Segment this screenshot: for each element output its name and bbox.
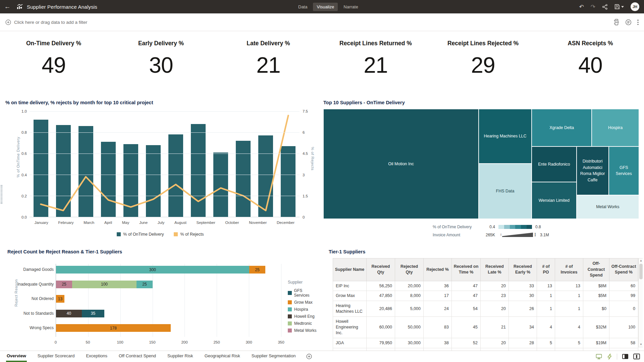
legend-item-gfs-services[interactable]: GFS Services (288, 288, 318, 298)
cell-supplier-name: Grow Max (333, 291, 367, 301)
column-header-supplier-name[interactable]: Supplier Name (333, 258, 367, 281)
combo-chart[interactable]: % on time delivery, % rejects by month f… (3, 100, 318, 245)
table-row-grow-max[interactable]: Grow Max47,8508,0001747233011$5M99 (333, 291, 638, 301)
legend-item-howell-eng[interactable]: Howell Eng (288, 314, 318, 319)
kpi-tile-asn-receipts[interactable]: ASN Receipts %40 (537, 31, 644, 98)
table-row-eip-inc[interactable]: EIP Inc56,25020,000364720331313$8M60 (333, 281, 638, 291)
kpi-tile-receipt-lines-returned[interactable]: Receipt Lines Returned %21 (322, 31, 429, 98)
canvas-tabs: OverviewSupplier ScorecardExceptionsOff … (6, 351, 306, 362)
add-filter-icon[interactable] (5, 19, 11, 25)
layout-canvas-icon[interactable] (633, 354, 640, 359)
treemap-tile-gfs-services[interactable]: GFS Services (609, 146, 639, 195)
legend-item-medtronic[interactable]: Medtronic (288, 321, 318, 326)
cell-value: 5 (537, 348, 555, 351)
bar-segment-grow-max[interactable]: 178 (56, 324, 171, 332)
more-options-icon[interactable] (637, 19, 639, 25)
undo-icon[interactable]: ↶ (579, 3, 584, 10)
column-header-of-invoices[interactable]: # of Invoices (555, 258, 583, 281)
column-header-of-po[interactable]: # of PO (537, 258, 555, 281)
canvas-tab-off-contract-spend[interactable]: Off Contract Spend (118, 351, 157, 362)
bar-segment-hospira[interactable]: 25 (137, 281, 153, 288)
auto-insights-icon[interactable] (607, 354, 612, 360)
column-header-received-early[interactable]: Received Early % (509, 258, 537, 281)
treemap-chart[interactable]: Top 10 Suppliers - OnTime Delivery Oil M… (319, 100, 641, 245)
layout-sidebar-icon[interactable] (622, 354, 629, 359)
column-header-received-qty[interactable]: Received Qty (367, 258, 395, 281)
kpi-row: On-Time Delivery %49Early Delivery %30La… (0, 31, 644, 98)
annotations-icon[interactable] (625, 19, 632, 25)
legend-item-of-ontime-delivery[interactable]: % of OnTime Delivery (117, 232, 164, 237)
canvas-tab-supplier-risk[interactable]: Supplier Risk (167, 351, 194, 362)
panel-grip[interactable] (1, 185, 2, 204)
legend-item-metal-works[interactable]: Metal Works (288, 328, 318, 333)
scroll-up-icon[interactable]: ▲ (640, 258, 642, 263)
canvas-tab-supplier-scorecard[interactable]: Supplier Scorecard (37, 351, 75, 362)
cell-value: 58 (609, 338, 638, 348)
column-header-off-contract-spend[interactable]: Off-Contract Spend (583, 258, 609, 281)
canvas-tab-geographical-risk[interactable]: Geographical Risk (204, 351, 241, 362)
filter-prompt[interactable]: Click here or drag data to add a filter (14, 20, 87, 25)
column-header-off-contract-spend[interactable]: Off-Contract Spend % (609, 258, 638, 281)
save-button[interactable] (614, 4, 624, 9)
legend-item-hospira[interactable]: Hospira (288, 307, 318, 312)
column-header-rejected[interactable]: Rejected % (424, 258, 452, 281)
canvas-tab-exceptions[interactable]: Exceptions (85, 351, 108, 362)
tier1-suppliers-table[interactable]: Tier-1 Suppliers Supplier NameReceived Q… (327, 249, 643, 351)
present-icon[interactable] (596, 354, 602, 360)
bar-segment-gfs-services[interactable]: 35 (82, 310, 104, 317)
rejects-line[interactable] (41, 116, 288, 211)
legend-item-grow-max[interactable]: Grow Max (288, 300, 318, 305)
column-header-received-late[interactable]: Received Late % (481, 258, 509, 281)
legend-swatch (174, 232, 178, 236)
back-button[interactable]: ← (0, 3, 15, 10)
bar-segment-grow-max[interactable]: 25 (249, 266, 265, 274)
legend-label: % of Rejects (180, 232, 204, 237)
kpi-tile-receipt-lines-rejected[interactable]: Receipt Lines Rejected %29 (429, 31, 537, 98)
canvas-tab-overview[interactable]: Overview (6, 351, 27, 362)
kpi-tile-on-time-delivery[interactable]: On-Time Delivery %49 (0, 31, 107, 98)
kpi-tile-early-delivery[interactable]: Early Delivery %30 (107, 31, 215, 98)
treemap-tile-ente-radiofonico[interactable]: Ente Radiofonico (532, 146, 577, 182)
table-row-hearing-machines-llc[interactable]: Hearing Machines LLC20,4865,000245420261… (333, 301, 638, 317)
column-header-received-on-time[interactable]: Received on Time % (452, 258, 481, 281)
x-tick-label: 100 (117, 340, 123, 344)
header-tab-narrate[interactable]: Narrate (340, 3, 362, 11)
header-tab-data[interactable]: Data (294, 3, 311, 11)
size-legend-max-marker: I (534, 232, 536, 237)
table-row-jks-national[interactable]: JKS National79,95030,0003852202855$19M58 (333, 348, 638, 351)
filter-settings-icon[interactable] (613, 19, 620, 25)
scroll-thumb[interactable] (639, 264, 643, 279)
stacked-bar-chart[interactable]: Reject Count be Reject Reason & Tier-1 S… (3, 249, 318, 350)
cell-value: 1 (555, 301, 583, 317)
table-row-jga[interactable]: JGA79,95030,0003852202855$19M58 (333, 338, 638, 348)
treemap-tile-distributori-automatici-roma-miglior-caffe[interactable]: Distributori Automatici Roma Miglior Caf… (577, 146, 609, 195)
bar-segment-metal-works[interactable]: 25 (56, 281, 72, 288)
bar-segment-hospira[interactable]: 300 (56, 266, 249, 274)
treemap-tile-hearing-machines-llc[interactable]: Hearing Machines LLC (479, 109, 532, 164)
treemap-tile-oil-motion-inc[interactable]: Oil Motion Inc (323, 109, 479, 219)
add-canvas-icon[interactable] (306, 354, 312, 361)
bar-segment-medtronic[interactable]: 100 (72, 281, 137, 288)
share-icon[interactable] (602, 4, 608, 10)
column-header-rejected-qty[interactable]: Rejected Qty (395, 258, 424, 281)
bar-segment-howell-eng[interactable]: 40 (56, 310, 82, 317)
avatar[interactable]: JH (631, 2, 639, 11)
header-tab-visualize[interactable]: Visualize (313, 3, 338, 11)
canvas-tab-supplier-segmentation[interactable]: Supplier Segmentation (251, 351, 297, 362)
redo-icon[interactable]: ↷ (591, 3, 595, 10)
treemap-tile-wenxian-limited[interactable]: Wenxian Limited (532, 182, 577, 219)
treemap-tile-xgrade-delta[interactable]: Xgrade Delta (532, 109, 592, 146)
treemap-tile-hospira[interactable]: Hospira (592, 109, 639, 146)
bar-segment-grow-max[interactable]: 13 (56, 295, 64, 303)
cell-value: 99 (609, 291, 638, 301)
filter-bar[interactable]: Click here or drag data to add a filter (0, 13, 644, 31)
table-row-howell-engineering-inc[interactable]: Howell Engineering Inc.60,00050,00083452… (333, 317, 638, 338)
treemap-tile-fhs-data[interactable]: FHS Data (479, 164, 532, 219)
scroll-down-icon[interactable]: ▼ (640, 342, 642, 347)
cell-supplier-name: JKS National (333, 348, 367, 351)
treemap-tile-metal-works[interactable]: Metal Works (577, 195, 639, 219)
save-caret-icon[interactable] (621, 6, 624, 8)
table-scrollbar[interactable]: ▲ ▼ (638, 258, 643, 347)
legend-item-of-rejects[interactable]: % of Rejects (174, 232, 204, 237)
kpi-tile-late-delivery[interactable]: Late Delivery %21 (215, 31, 322, 98)
